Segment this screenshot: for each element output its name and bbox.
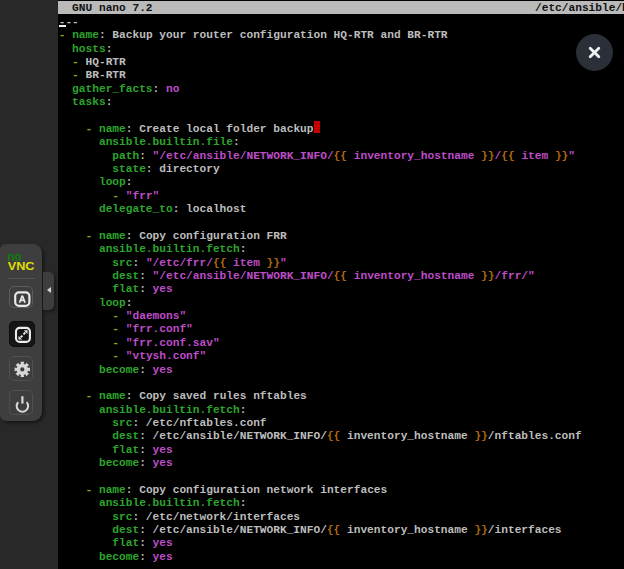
svg-text:VNC: VNC — [8, 259, 35, 271]
